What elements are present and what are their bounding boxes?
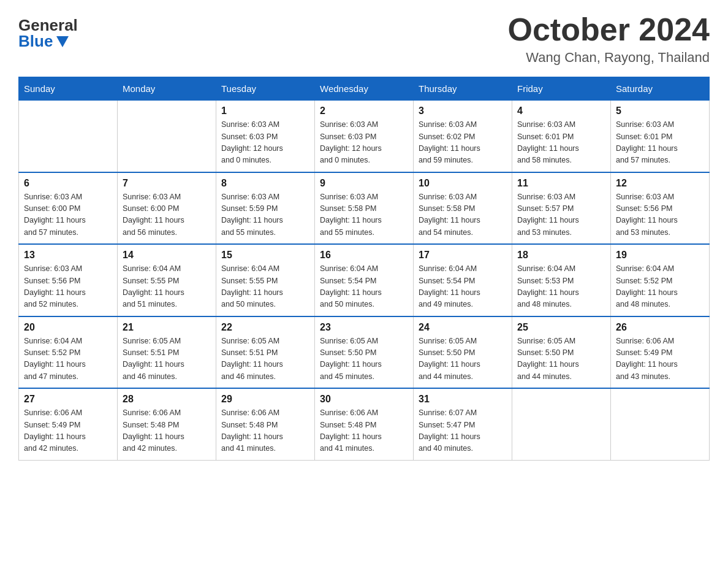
column-header-friday: Friday — [512, 77, 611, 101]
calendar-cell: 4Sunrise: 6:03 AMSunset: 6:01 PMDaylight… — [512, 101, 611, 172]
day-info: Sunrise: 6:03 AMSunset: 6:00 PMDaylight:… — [123, 191, 211, 239]
day-info: Sunrise: 6:04 AMSunset: 5:52 PMDaylight:… — [24, 335, 112, 383]
day-number: 12 — [616, 178, 704, 189]
day-info: Sunrise: 6:06 AMSunset: 5:48 PMDaylight:… — [320, 407, 408, 455]
day-info: Sunrise: 6:06 AMSunset: 5:48 PMDaylight:… — [123, 407, 211, 455]
column-header-wednesday: Wednesday — [315, 77, 414, 101]
calendar-cell: 6Sunrise: 6:03 AMSunset: 6:00 PMDaylight… — [19, 172, 118, 245]
calendar-cell: 19Sunrise: 6:04 AMSunset: 5:52 PMDayligh… — [611, 244, 710, 316]
day-number: 7 — [123, 178, 211, 189]
calendar-cell: 7Sunrise: 6:03 AMSunset: 6:00 PMDaylight… — [118, 172, 216, 245]
calendar-cell: 27Sunrise: 6:06 AMSunset: 5:49 PMDayligh… — [19, 388, 118, 460]
day-number: 9 — [320, 178, 408, 189]
month-title: October 2024 — [508, 12, 710, 47]
day-number: 30 — [320, 394, 408, 405]
day-number: 24 — [419, 322, 507, 333]
day-number: 28 — [123, 394, 211, 405]
day-info: Sunrise: 6:04 AMSunset: 5:55 PMDaylight:… — [221, 263, 309, 311]
calendar-table: SundayMondayTuesdayWednesdayThursdayFrid… — [18, 77, 710, 461]
calendar-cell: 12Sunrise: 6:03 AMSunset: 5:56 PMDayligh… — [611, 172, 710, 245]
calendar-cell: 22Sunrise: 6:05 AMSunset: 5:51 PMDayligh… — [216, 316, 315, 389]
day-info: Sunrise: 6:04 AMSunset: 5:54 PMDaylight:… — [320, 263, 408, 311]
calendar-cell: 24Sunrise: 6:05 AMSunset: 5:50 PMDayligh… — [414, 316, 512, 389]
day-info: Sunrise: 6:07 AMSunset: 5:47 PMDaylight:… — [419, 407, 507, 455]
day-info: Sunrise: 6:03 AMSunset: 5:59 PMDaylight:… — [221, 191, 309, 239]
day-info: Sunrise: 6:05 AMSunset: 5:50 PMDaylight:… — [517, 335, 605, 383]
location-title: Wang Chan, Rayong, Thailand — [508, 50, 710, 66]
day-number: 14 — [123, 250, 211, 261]
calendar-cell: 11Sunrise: 6:03 AMSunset: 5:57 PMDayligh… — [512, 172, 611, 245]
column-header-monday: Monday — [118, 77, 216, 101]
day-info: Sunrise: 6:03 AMSunset: 5:58 PMDaylight:… — [320, 191, 408, 239]
logo-triangle-icon — [56, 36, 69, 47]
day-number: 29 — [221, 394, 309, 405]
day-number: 1 — [221, 105, 309, 117]
day-number: 20 — [24, 322, 112, 333]
day-number: 23 — [320, 322, 408, 333]
day-info: Sunrise: 6:03 AMSunset: 6:03 PMDaylight:… — [320, 119, 408, 167]
calendar-cell: 5Sunrise: 6:03 AMSunset: 6:01 PMDaylight… — [611, 101, 710, 172]
day-info: Sunrise: 6:03 AMSunset: 6:03 PMDaylight:… — [221, 119, 309, 167]
day-info: Sunrise: 6:03 AMSunset: 5:58 PMDaylight:… — [419, 191, 507, 239]
week-row-3: 13Sunrise: 6:03 AMSunset: 5:56 PMDayligh… — [19, 244, 710, 316]
day-number: 8 — [221, 178, 309, 189]
week-row-2: 6Sunrise: 6:03 AMSunset: 6:00 PMDaylight… — [19, 172, 710, 245]
calendar-cell: 20Sunrise: 6:04 AMSunset: 5:52 PMDayligh… — [19, 316, 118, 389]
day-number: 19 — [616, 250, 704, 261]
column-header-thursday: Thursday — [414, 77, 512, 101]
day-info: Sunrise: 6:06 AMSunset: 5:49 PMDaylight:… — [24, 407, 112, 455]
day-number: 13 — [24, 250, 112, 261]
day-number: 5 — [616, 105, 704, 117]
calendar-cell: 10Sunrise: 6:03 AMSunset: 5:58 PMDayligh… — [414, 172, 512, 245]
calendar-cell: 1Sunrise: 6:03 AMSunset: 6:03 PMDaylight… — [216, 101, 315, 172]
week-row-1: 1Sunrise: 6:03 AMSunset: 6:03 PMDaylight… — [19, 101, 710, 172]
logo-general-text: General — [18, 17, 78, 33]
day-number: 26 — [616, 322, 704, 333]
day-info: Sunrise: 6:03 AMSunset: 6:00 PMDaylight:… — [24, 191, 112, 239]
day-info: Sunrise: 6:03 AMSunset: 5:56 PMDaylight:… — [24, 263, 112, 311]
day-info: Sunrise: 6:03 AMSunset: 6:01 PMDaylight:… — [517, 119, 605, 167]
day-info: Sunrise: 6:06 AMSunset: 5:49 PMDaylight:… — [616, 335, 704, 383]
calendar-cell: 28Sunrise: 6:06 AMSunset: 5:48 PMDayligh… — [118, 388, 216, 460]
calendar-cell: 16Sunrise: 6:04 AMSunset: 5:54 PMDayligh… — [315, 244, 414, 316]
calendar-cell: 17Sunrise: 6:04 AMSunset: 5:54 PMDayligh… — [414, 244, 512, 316]
header: General Blue October 2024 Wang Chan, Ray… — [18, 12, 710, 66]
week-row-5: 27Sunrise: 6:06 AMSunset: 5:49 PMDayligh… — [19, 388, 710, 460]
column-header-tuesday: Tuesday — [216, 77, 315, 101]
calendar-cell: 14Sunrise: 6:04 AMSunset: 5:55 PMDayligh… — [118, 244, 216, 316]
day-info: Sunrise: 6:06 AMSunset: 5:48 PMDaylight:… — [221, 407, 309, 455]
calendar-cell: 31Sunrise: 6:07 AMSunset: 5:47 PMDayligh… — [414, 388, 512, 460]
calendar-cell: 3Sunrise: 6:03 AMSunset: 6:02 PMDaylight… — [414, 101, 512, 172]
day-info: Sunrise: 6:05 AMSunset: 5:50 PMDaylight:… — [320, 335, 408, 383]
calendar-cell: 26Sunrise: 6:06 AMSunset: 5:49 PMDayligh… — [611, 316, 710, 389]
calendar-cell — [118, 101, 216, 172]
day-number: 3 — [419, 105, 507, 117]
day-number: 18 — [517, 250, 605, 261]
day-info: Sunrise: 6:03 AMSunset: 5:56 PMDaylight:… — [616, 191, 704, 239]
calendar-cell: 13Sunrise: 6:03 AMSunset: 5:56 PMDayligh… — [19, 244, 118, 316]
logo-blue-text: Blue — [18, 33, 69, 49]
day-number: 16 — [320, 250, 408, 261]
day-number: 11 — [517, 178, 605, 189]
logo: General Blue — [18, 12, 78, 49]
day-number: 17 — [419, 250, 507, 261]
day-number: 10 — [419, 178, 507, 189]
title-area: October 2024 Wang Chan, Rayong, Thailand — [508, 12, 710, 66]
day-info: Sunrise: 6:04 AMSunset: 5:55 PMDaylight:… — [123, 263, 211, 311]
calendar-cell: 23Sunrise: 6:05 AMSunset: 5:50 PMDayligh… — [315, 316, 414, 389]
day-number: 25 — [517, 322, 605, 333]
calendar-cell: 8Sunrise: 6:03 AMSunset: 5:59 PMDaylight… — [216, 172, 315, 245]
day-number: 15 — [221, 250, 309, 261]
calendar-cell: 25Sunrise: 6:05 AMSunset: 5:50 PMDayligh… — [512, 316, 611, 389]
column-header-saturday: Saturday — [611, 77, 710, 101]
day-info: Sunrise: 6:05 AMSunset: 5:51 PMDaylight:… — [123, 335, 211, 383]
calendar-cell: 9Sunrise: 6:03 AMSunset: 5:58 PMDaylight… — [315, 172, 414, 245]
week-row-4: 20Sunrise: 6:04 AMSunset: 5:52 PMDayligh… — [19, 316, 710, 389]
day-number: 22 — [221, 322, 309, 333]
day-number: 2 — [320, 105, 408, 117]
calendar-cell: 29Sunrise: 6:06 AMSunset: 5:48 PMDayligh… — [216, 388, 315, 460]
day-number: 27 — [24, 394, 112, 405]
day-number: 21 — [123, 322, 211, 333]
day-info: Sunrise: 6:03 AMSunset: 5:57 PMDaylight:… — [517, 191, 605, 239]
day-info: Sunrise: 6:03 AMSunset: 6:01 PMDaylight:… — [616, 119, 704, 167]
